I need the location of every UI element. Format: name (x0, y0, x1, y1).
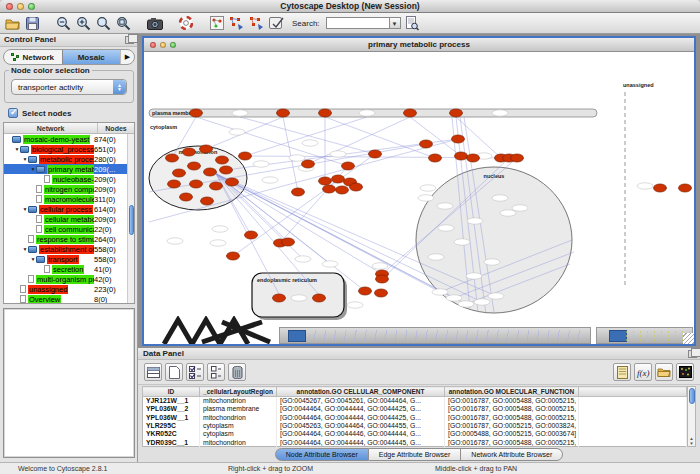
network-node[interactable] (332, 175, 345, 183)
network-node[interactable] (420, 140, 433, 148)
network-node[interactable] (376, 275, 389, 283)
network-node[interactable] (375, 289, 388, 297)
network-node[interactable] (429, 154, 442, 162)
tree-row[interactable]: nucleobase-209(0) (4, 174, 127, 184)
tree-row[interactable]: secretion41(0) (4, 264, 127, 274)
table-mode-icon[interactable] (144, 363, 162, 381)
tree-column-nodes[interactable]: Nodes (98, 123, 134, 133)
network-node[interactable] (282, 238, 295, 246)
tree-row[interactable]: cell communicat22(0) (4, 224, 127, 234)
network-node[interactable] (239, 152, 252, 160)
function-builder-icon[interactable]: f(x) (634, 363, 652, 381)
attribute-browser-tab[interactable]: Node Attribute Browser (275, 448, 369, 461)
network-node[interactable] (227, 252, 240, 260)
network-node[interactable] (220, 166, 233, 174)
network-node[interactable] (302, 160, 315, 168)
search-dropdown-arrow[interactable]: ▼ (390, 17, 401, 29)
table-row[interactable]: YKR052Ccytoplasm[GO:0044464, GO:0044446,… (143, 430, 687, 438)
float-panel-icon[interactable] (125, 36, 134, 44)
table-row[interactable]: YLR295Ccytoplasm[GO:0045263, GO:0044464,… (143, 421, 687, 429)
graphics-details-icon[interactable] (208, 15, 225, 31)
delete-attribute-icon[interactable] (228, 363, 246, 381)
table-row[interactable]: YDR039C__1mitochondrion[GO:0044464, GO:0… (143, 438, 687, 446)
network-node[interactable] (404, 109, 417, 117)
minimized-overview-thumbnail[interactable] (162, 316, 274, 344)
network-node[interactable] (216, 156, 229, 164)
network-node[interactable] (190, 180, 203, 188)
network-node[interactable] (188, 162, 201, 170)
advanced-search-icon[interactable] (404, 15, 421, 31)
network-node[interactable] (201, 197, 214, 205)
network-node[interactable] (319, 109, 332, 117)
network-node[interactable] (183, 148, 196, 156)
tree-row[interactable]: ▼cellular process614(0) (4, 204, 127, 214)
network-node[interactable] (273, 294, 286, 302)
network-node[interactable] (511, 154, 524, 162)
attribute-matrix-icon[interactable] (676, 363, 694, 381)
annotation-select-icon[interactable] (268, 15, 285, 31)
tab-network[interactable]: Network (4, 50, 62, 64)
tree-scrollbar[interactable] (127, 134, 134, 303)
tree-row[interactable]: ▼biological_process651(0) (4, 144, 127, 154)
select-attributes-icon[interactable] (186, 363, 204, 381)
network-overlay-a-icon[interactable] (228, 15, 245, 31)
zoom-out-icon[interactable] (55, 15, 72, 31)
zoom-selected-icon[interactable] (95, 15, 112, 31)
network-node[interactable] (313, 294, 326, 302)
unselect-attributes-icon[interactable] (207, 363, 225, 381)
tree-row[interactable]: Overview8(0) (4, 294, 127, 303)
table-column-header[interactable]: annotation.GO CELLULAR_COMPONENT (277, 387, 445, 397)
network-node[interactable] (200, 145, 213, 153)
minimized-frame-2[interactable] (596, 327, 693, 344)
select-nodes-checkbox[interactable] (8, 108, 18, 118)
search-input[interactable] (326, 17, 390, 29)
tree-column-network[interactable]: Network (4, 123, 98, 133)
table-column-header[interactable]: ID (143, 387, 200, 397)
network-node[interactable] (359, 287, 372, 295)
network-node[interactable] (190, 109, 203, 117)
zoom-in-icon[interactable] (75, 15, 92, 31)
table-row[interactable]: YJR121W__1mitochondrion[GO:0045267, GO:0… (143, 397, 687, 405)
network-node[interactable] (292, 188, 305, 196)
network-node[interactable] (323, 185, 336, 193)
network-node[interactable] (342, 162, 355, 170)
network-node[interactable] (210, 182, 223, 190)
table-column-header[interactable]: annotation.GO MOLECULAR_FUNCTION (445, 387, 579, 397)
tree-row[interactable]: nitrogen compo209(0) (4, 184, 127, 194)
network-node[interactable] (319, 177, 332, 185)
network-view-window[interactable]: primary metabolic process plasma membran… (142, 36, 696, 346)
snapshot-icon[interactable] (146, 15, 163, 31)
tree-row[interactable]: mosaic-demo-yeast874(0) (4, 134, 127, 144)
tree-row[interactable]: cellular metabo209(0) (4, 214, 127, 224)
network-canvas[interactable]: plasma membrane cytoplasm mitochondrion … (144, 52, 694, 344)
table-row[interactable]: YPL036W__1mitochondrion[GO:0044464, GO:0… (143, 413, 687, 421)
network-node[interactable] (679, 184, 692, 192)
network-node[interactable] (245, 231, 258, 239)
network-overlay-b-icon[interactable] (248, 15, 265, 31)
tree-row[interactable]: ▼establishment of lo558(0) (4, 244, 127, 254)
attribute-notes-icon[interactable] (613, 363, 631, 381)
network-node[interactable] (455, 152, 468, 160)
network-node[interactable] (654, 184, 667, 192)
minimized-frame-1[interactable] (279, 327, 591, 344)
network-node[interactable] (226, 178, 239, 186)
new-attribute-icon[interactable] (165, 363, 183, 381)
tree-row[interactable]: unassigned223(0) (4, 284, 127, 294)
open-file-icon[interactable] (4, 15, 21, 31)
network-node[interactable] (450, 109, 463, 117)
table-scrollbar[interactable]: ▲▼ (687, 386, 696, 447)
network-node[interactable] (204, 168, 217, 176)
network-node[interactable] (173, 169, 186, 177)
table-column-header[interactable]: _cellularLayoutRegion (200, 387, 277, 397)
network-node[interactable] (166, 154, 179, 162)
attribute-browser-tab[interactable]: Edge Attribute Browser (369, 448, 462, 461)
network-node[interactable] (369, 150, 382, 158)
network-node[interactable] (277, 109, 290, 117)
network-node[interactable] (452, 135, 465, 143)
tree-row[interactable]: macromolecule311(0) (4, 194, 127, 204)
zoom-fit-icon[interactable] (115, 15, 132, 31)
tree-row[interactable]: ▼primary metabo209(... (4, 164, 127, 174)
birdseye-view[interactable] (3, 308, 135, 458)
tree-row[interactable]: response to stimulu264(0) (4, 234, 127, 244)
network-node[interactable] (168, 180, 181, 188)
